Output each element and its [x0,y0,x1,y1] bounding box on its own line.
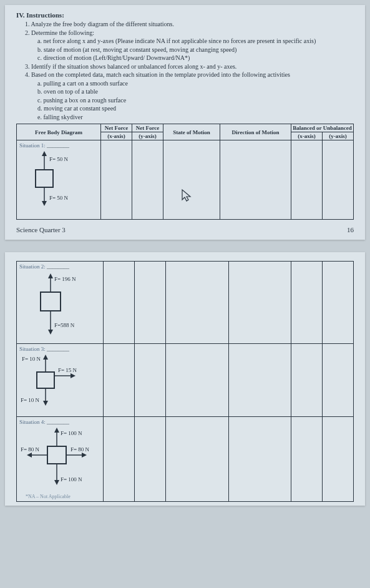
situation-1-label: Situation 1: [19,142,46,149]
svg-marker-25 [54,480,59,485]
cell-empty [132,140,163,220]
cell-empty [323,262,354,344]
instruction-2c: c. direction of motion (Left/Right/Upwar… [37,54,354,62]
instruction-2b: b. state of motion (at rest, moving at c… [37,46,354,54]
s3-force-right: F= 15 N [58,367,77,373]
th-state: State of Motion [163,124,220,140]
situation-4-cell: Situation 4: ________ F= 100 N F= 80 N F… [17,417,104,502]
instruction-4c: c. pushing a box on a rough surface [37,96,354,105]
instruction-4d: d. moving car at constant speed [37,104,354,113]
cell-empty [220,140,291,220]
situation-3-cell: Situation 3: ________ F= 10 N F= 15 N F=… [17,344,104,417]
situation-3-label: Situation 3: [19,346,46,352]
table-row: Situation 2: ________ F= 196 N F=588 N [17,262,354,344]
cell-empty [104,262,135,344]
instruction-2: 2. Determine the following: [25,29,354,37]
svg-marker-21 [27,453,32,458]
s2-force-top: F= 196 N [54,276,76,282]
svg-marker-16 [43,401,48,406]
cell-empty [228,262,291,344]
instruction-4b: b. oven on top of a table [37,87,354,96]
th-baly: (y-axis) [323,132,354,140]
instruction-2a: a. net force along x and y-axes (Please … [37,37,354,46]
cell-empty [166,417,229,502]
svg-marker-14 [71,373,75,378]
page-top: IV. Instructions: 1. Analyze the free bo… [5,5,365,240]
cell-empty [104,417,135,502]
cell-empty [323,140,354,220]
svg-rect-12 [37,372,54,388]
situation-2-label: Situation 2: [19,263,46,270]
cell-empty [166,262,229,344]
th-dir: Direction of Motion [220,124,291,140]
page-bottom: Situation 2: ________ F= 196 N F=588 N [5,252,365,506]
svg-rect-2 [36,170,53,187]
s3-force-bottom: F= 10 N [21,397,40,403]
svg-marker-1 [42,151,47,156]
fbd-situation-2-diagram: F= 196 N F=588 N [19,270,97,341]
cell-empty [291,262,323,344]
fbd-table-1: Free Body Diagram Net Force Net Force St… [16,124,354,220]
svg-marker-4 [42,201,47,206]
situation-4-label: Situation 4: [19,419,46,425]
fbd-situation-3-diagram: F= 10 N F= 15 N F= 10 N [19,352,100,414]
table-row: Situation 4: ________ F= 100 N F= 80 N F… [17,417,354,502]
s4-force-top: F= 100 N [61,430,82,436]
s4-force-right: F= 80 N [71,446,90,453]
s4-force-bottom: F= 100 N [61,476,82,483]
svg-marker-23 [82,453,87,458]
cell-empty [291,344,323,417]
footer-left: Science Quarter 3 [16,226,66,233]
cell-empty [228,417,291,502]
cell-empty [104,344,135,417]
s1-force-top: F= 50 N [49,156,69,162]
th-nfy: Net Force [132,124,163,132]
table-row: Situation 1: ________ F= 50 N F= 50 N [17,140,354,220]
cell-empty [323,417,354,502]
th-xaxis: (x-axis) [101,132,132,140]
page-footer: Science Quarter 3 16 [16,226,354,233]
instruction-4: 4. Based on the completed data, match ea… [25,71,354,79]
svg-rect-19 [47,446,66,464]
section-header: IV. Instructions: [16,11,354,19]
cell-empty [135,417,166,502]
footer-right: 16 [347,226,354,233]
cell-empty [135,262,166,344]
fbd-table-2: Situation 2: ________ F= 196 N F=588 N [16,261,354,502]
instruction-3: 3. Identify if the situation shows balan… [25,62,354,71]
situation-2-cell: Situation 2: ________ F= 196 N F=588 N [17,262,104,344]
th-fbd: Free Body Diagram [17,124,101,140]
th-nfx: Net Force [101,124,132,132]
th-bal: Balanced or Unbalanced [291,124,354,132]
instruction-4e: e. falling skydiver [37,113,354,122]
fbd-situation-1-diagram: F= 50 N F= 50 N [19,149,94,217]
s3-force-top: F= 10 N [22,356,41,362]
s1-force-bottom: F= 50 N [49,195,69,201]
instruction-1: 1. Analyze the free body diagram of the … [25,20,354,29]
fbd-situation-4-diagram: F= 100 N F= 80 N F= 80 N F= 100 N [19,425,100,494]
s4-force-left: F= 80 N [21,446,40,453]
s2-force-bottom: F=588 N [54,322,75,328]
cell-empty [323,344,354,417]
svg-rect-7 [41,292,61,311]
svg-marker-11 [43,355,48,360]
th-balx: (x-axis) [291,132,323,140]
cell-empty [163,140,220,220]
cell-empty [228,344,291,417]
th-yaxis: (y-axis) [132,132,163,140]
situation-1-cell: Situation 1: ________ F= 50 N F= 50 N [17,140,101,220]
table-row: Situation 3: ________ F= 10 N F= 15 N F=… [17,344,354,417]
svg-marker-6 [48,273,53,278]
cell-empty [291,140,323,220]
na-note: *NA – Not Applicable [26,494,100,499]
svg-marker-9 [48,330,53,335]
cell-empty [166,344,229,417]
instruction-4a: a. pulling a cart on a smooth surface [37,79,354,88]
cell-empty [101,140,132,220]
svg-marker-18 [54,428,59,433]
cell-empty [135,344,166,417]
cell-empty [291,417,323,502]
